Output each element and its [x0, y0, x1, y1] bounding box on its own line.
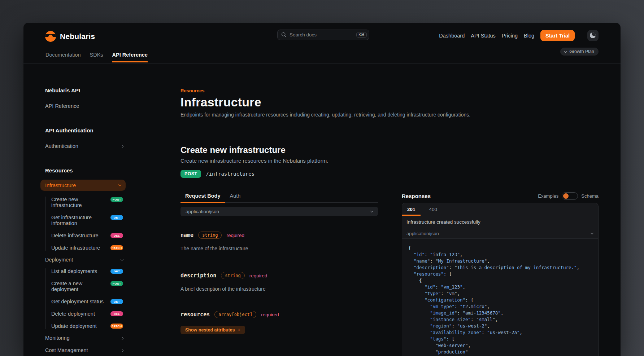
field-name: name — [180, 232, 193, 238]
sidebar-item-monitoring[interactable]: Monitoring — [45, 335, 123, 341]
examples-schema-toggle-group: Examples Schema — [538, 192, 599, 200]
sidebar-endpoint-delete-deployment[interactable]: Delete deploymentDEL — [51, 311, 123, 317]
header-divider — [581, 33, 581, 39]
moon-icon — [590, 32, 596, 38]
sidebar-endpoint-create-a-new-deployment[interactable]: Create a new deploymentPOST — [51, 281, 123, 292]
code-line: "id": "vm_123", — [408, 284, 598, 290]
show-nested-attributes-button[interactable]: Show nested attributes + — [180, 326, 245, 334]
search-input[interactable]: Search docs K⌘ — [277, 30, 369, 40]
code-line: "configuration": { — [408, 297, 598, 303]
code-line: "image_id": "ami-12345678", — [408, 310, 598, 316]
chevron-down-icon — [591, 231, 593, 234]
code-line: "type": "vm", — [408, 290, 598, 297]
header-link-api-status[interactable]: API Status — [471, 33, 496, 39]
method-badge: POST — [180, 170, 201, 178]
header-links: DashboardAPI StatusPricingBlog — [439, 33, 534, 39]
sidebar-item-cost-management[interactable]: Cost Management — [45, 348, 123, 353]
breadcrumb-eyebrow: Resources — [180, 88, 491, 93]
sidebar-section-heading: Resources — [45, 168, 123, 173]
code-line: "instance_size": "small", — [408, 316, 598, 323]
sidebar-endpoint-list-all-deployments[interactable]: List all deploymentsGET — [51, 268, 123, 274]
page-title: Infrastructure — [180, 96, 491, 109]
method-badge-get: GET — [110, 269, 123, 274]
app-window: Nebularis Search docs K⌘ DashboardAPI St… — [23, 23, 621, 356]
field-type-badge: string — [198, 232, 222, 239]
sidebar-item-infrastructure[interactable]: Infrastructure — [40, 180, 126, 191]
header-link-dashboard[interactable]: Dashboard — [439, 33, 465, 39]
chevron-down-icon — [121, 258, 123, 261]
plus-icon: + — [238, 328, 240, 333]
tab-documentation[interactable]: Documentation — [45, 52, 81, 62]
toggle-label-schema: Schema — [581, 193, 599, 199]
sidebar-endpoint-get-infrastructure-information[interactable]: Get infrastructure informationGET — [51, 215, 123, 226]
response-tab-400[interactable]: 400 — [424, 203, 443, 216]
plan-label: Growth Plan — [569, 49, 594, 54]
response-content-type[interactable]: application/json — [402, 228, 598, 239]
method-badge-post: POST — [110, 197, 123, 202]
sidebar-endpoint-update-infrastructure[interactable]: Update infrastructurePATCH — [51, 245, 123, 251]
endpoint-row: POST /infrastructures — [180, 170, 491, 178]
field-type-badge: string — [221, 272, 244, 279]
examples-schema-toggle[interactable] — [562, 192, 578, 200]
primary-tabs: DocumentationSDKsAPI Reference — [45, 52, 148, 62]
site-header: Nebularis Search docs K⌘ DashboardAPI St… — [23, 23, 621, 64]
response-panel: 201400 Infrastructure created successful… — [402, 203, 599, 356]
header-link-blog[interactable]: Blog — [524, 33, 534, 39]
search-placeholder: Search docs — [290, 32, 353, 38]
field-type-badge: array[object] — [214, 311, 256, 318]
endpoint-title: Create new infrastructure — [180, 145, 491, 155]
chevron-down-icon — [118, 183, 121, 186]
method-badge-patch: PATCH — [110, 245, 123, 250]
response-code-block: { "id": "infra_123", "name": "My Infrast… — [402, 239, 598, 355]
code-line: { — [408, 245, 598, 251]
chevron-down-icon — [370, 209, 373, 212]
sidebar-endpoint-create-new-infrastructure[interactable]: Create new infrastructurePOST — [51, 197, 123, 208]
code-line: "web-server", — [408, 342, 598, 349]
theme-toggle-button[interactable] — [587, 30, 599, 41]
sidebar-endpoint-delete-infrastructure[interactable]: Delete infrastructureDEL — [51, 233, 123, 238]
sidebar: Nebularis APIAPI ReferenceAPI Authentica… — [45, 64, 123, 353]
field-required-flag: required — [226, 233, 244, 238]
tab-sdks[interactable]: SDKs — [90, 52, 103, 62]
code-line: "tags": [ — [408, 336, 598, 342]
page-description: Endpoints for managing infrastructure re… — [180, 111, 491, 118]
method-badge-del: DEL — [110, 233, 123, 238]
chevron-right-icon — [121, 337, 123, 339]
keyboard-shortcut-badge: K⌘ — [356, 32, 367, 38]
code-line: "resources": [ — [408, 271, 598, 277]
request-tab-auth[interactable]: Auth — [225, 193, 245, 202]
method-badge-post: POST — [110, 281, 123, 286]
request-tabs: Request BodyAuth — [180, 193, 378, 203]
code-line: "id": "infra_123", — [408, 251, 598, 258]
method-badge-get: GET — [110, 299, 123, 304]
code-line: "description": "This is a description of… — [408, 264, 598, 271]
start-trial-button[interactable]: Start Trial — [540, 30, 575, 41]
field-required-flag: required — [261, 312, 279, 317]
responses-title: Responses — [402, 193, 431, 199]
sidebar-section-heading: Nebularis API — [45, 88, 123, 93]
sidebar-endpoint-update-deployment[interactable]: Update deploymentPATCH — [51, 323, 123, 329]
method-badge-del: DEL — [110, 311, 123, 316]
content-type-select[interactable]: application/json — [180, 207, 378, 216]
response-status-tabs: 201400 — [402, 203, 598, 216]
header-link-pricing[interactable]: Pricing — [502, 33, 518, 39]
code-line: "region": "us-west-2", — [408, 323, 598, 329]
chevron-right-icon — [121, 145, 123, 148]
tab-api-reference[interactable]: API Reference — [112, 52, 148, 62]
chevron-down-icon — [564, 49, 567, 52]
request-tab-request-body[interactable]: Request Body — [180, 193, 225, 202]
sidebar-item-deployment[interactable]: Deployment — [45, 257, 123, 263]
plan-selector[interactable]: Growth Plan — [560, 48, 599, 56]
field-required-flag: required — [249, 273, 267, 278]
sidebar-endpoint-get-deployment-status[interactable]: Get deployment statusGET — [51, 299, 123, 304]
code-line: "vm_type": "t2.micro", — [408, 303, 598, 310]
field-name: description — [180, 272, 216, 279]
response-tab-201[interactable]: 201 — [402, 203, 421, 216]
sidebar-item-api-reference[interactable]: API Reference — [45, 104, 123, 109]
sidebar-item-authentication[interactable]: Authentication — [45, 144, 123, 149]
content-type-value: application/json — [186, 209, 219, 214]
toggle-label-examples: Examples — [538, 193, 558, 199]
toggle-knob — [563, 193, 569, 199]
method-badge-patch: PATCH — [110, 324, 123, 329]
sidebar-section-heading: API Authentication — [45, 128, 123, 133]
